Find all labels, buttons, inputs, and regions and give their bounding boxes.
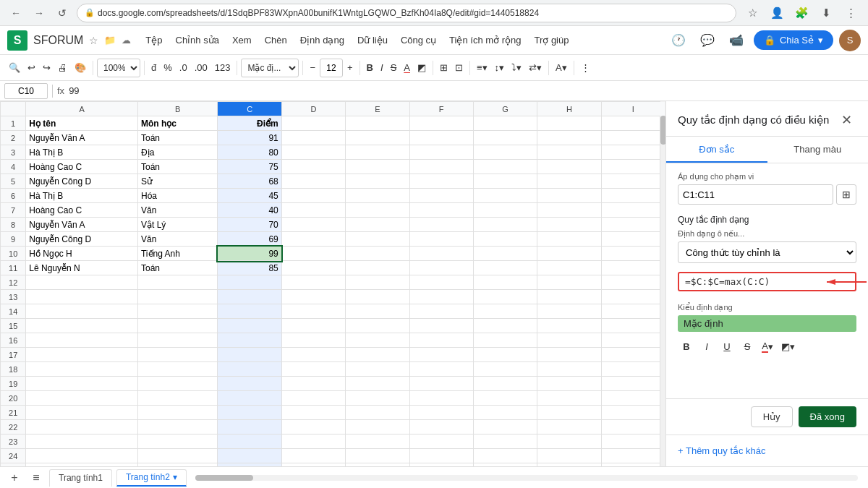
formula-input[interactable] — [69, 83, 864, 99]
cell-g1[interactable] — [473, 116, 537, 131]
align-v-button[interactable]: ↕▾ — [492, 58, 508, 78]
col-header-f[interactable]: F — [409, 102, 473, 116]
fmt-strikethrough-button[interactable]: S — [739, 338, 756, 355]
sheet-list-button[interactable]: ≡ — [27, 469, 45, 487]
fmt-text-color-button[interactable]: A▾ — [759, 338, 776, 355]
downloads-icon[interactable]: ⬇ — [816, 3, 836, 23]
forward-button[interactable]: → — [30, 4, 48, 22]
add-sheet-button[interactable]: + — [6, 469, 23, 487]
font-family-select[interactable]: Mặc đị... — [241, 59, 299, 77]
range-label: Áp dụng cho phạm vi — [678, 172, 856, 181]
share-button[interactable]: 🔒 Chia Sẻ ▾ — [754, 30, 833, 50]
extensions-icon[interactable]: 🧩 — [791, 3, 812, 23]
italic-button[interactable]: I — [378, 58, 386, 78]
zoom-select[interactable]: 100% — [97, 59, 140, 77]
menu-item-dinhDang[interactable]: Định dạng — [294, 32, 350, 48]
cell-i1[interactable] — [601, 116, 665, 131]
close-panel-button[interactable]: ✕ — [836, 110, 856, 130]
col-header-e[interactable]: E — [346, 102, 409, 116]
cell-b1[interactable]: Môn học — [137, 116, 217, 131]
col-header-a[interactable]: A — [26, 102, 138, 116]
range-input[interactable] — [678, 184, 833, 205]
search-button[interactable]: 🔍 — [6, 58, 23, 78]
v-scrollbar[interactable] — [660, 101, 665, 466]
condition-select[interactable]: Công thức tùy chỉnh là — [678, 241, 856, 263]
active-cell-c10[interactable]: 99 — [218, 247, 281, 261]
avatar[interactable]: S — [839, 30, 861, 51]
star-icon[interactable]: ☆ — [89, 35, 98, 46]
rtl-button[interactable]: ⇄▾ — [526, 58, 545, 78]
menu-item-troGiup[interactable]: Trợ giúp — [528, 32, 574, 48]
fmt-fill-color-button[interactable]: ◩▾ — [779, 338, 796, 355]
fmt-italic-button[interactable]: I — [698, 338, 715, 355]
cancel-button[interactable]: Hủy — [751, 406, 793, 427]
menu-item-duLieu[interactable]: Dữ liệu — [352, 32, 393, 48]
font-size-input[interactable] — [320, 59, 343, 77]
cell-a1[interactable]: Họ tên — [26, 116, 138, 131]
lock-icon: 🔒 — [85, 8, 95, 17]
sheet-scroll[interactable]: A B C D E F G H I 1 Họ tên — [0, 101, 665, 466]
profile-icon[interactable]: 👤 — [767, 3, 787, 23]
text-color-button[interactable]: A — [401, 58, 413, 78]
percent-button[interactable]: % — [161, 58, 175, 78]
history-button[interactable]: 🕐 — [667, 29, 690, 52]
meet-button[interactable]: 📹 — [725, 29, 748, 52]
redo-button[interactable]: ↪ — [40, 58, 54, 78]
borders-button[interactable]: ⊞ — [437, 58, 451, 78]
undo-button[interactable]: ↩ — [25, 58, 38, 78]
sheet-tab-1[interactable]: Trang tính1 — [49, 469, 112, 487]
comment-button[interactable]: 💬 — [696, 29, 719, 52]
table-row: 11 Lê Nguyễn N Toán 85 — [1, 261, 665, 275]
strikethrough-button[interactable]: S — [388, 58, 400, 78]
sheet-tab-2[interactable]: Trang tính2 ▾ — [116, 469, 187, 487]
fmt-underline-button[interactable]: U — [718, 338, 736, 355]
format-number-button[interactable]: 123 — [212, 58, 234, 78]
reload-button[interactable]: ↺ — [54, 4, 71, 22]
wrap-button[interactable]: ⤵▾ — [509, 58, 524, 78]
menu-item-chen[interactable]: Chèn — [259, 32, 293, 48]
font-size-increase-button[interactable]: + — [344, 58, 356, 78]
cell-reference-input[interactable] — [4, 83, 48, 99]
menu-item-tep[interactable]: Tệp — [140, 32, 168, 48]
menu-item-tienIch[interactable]: Tiện ích mở rộng — [443, 32, 527, 48]
fill-color-button[interactable]: ◩ — [414, 58, 429, 78]
decimal-increase-button[interactable]: .00 — [192, 58, 210, 78]
formula-icon[interactable]: fx — [57, 85, 64, 96]
back-button[interactable]: ← — [7, 4, 25, 22]
col-header-g[interactable]: G — [473, 102, 537, 116]
done-button[interactable]: Đã xong — [799, 406, 856, 427]
settings-icon[interactable]: ⋮ — [841, 3, 861, 23]
menu-item-xem[interactable]: Xem — [226, 32, 258, 48]
fmt-bold-button[interactable]: B — [678, 338, 695, 355]
bold-button[interactable]: B — [364, 58, 376, 78]
text-color-2-button[interactable]: A▾ — [553, 58, 570, 78]
add-rule-section: + Thêm quy tắc khác — [666, 435, 868, 466]
more-button[interactable]: ⋮ — [578, 58, 593, 78]
col-header-d[interactable]: D — [281, 102, 345, 116]
bookmark-icon[interactable]: ☆ — [742, 3, 762, 23]
h-scrollbar[interactable] — [195, 475, 858, 481]
cell-f1[interactable] — [409, 116, 473, 131]
add-rule-link[interactable]: + Thêm quy tắc khác — [678, 441, 856, 461]
decimal-decrease-button[interactable]: .0 — [176, 58, 190, 78]
currency-button[interactable]: đ — [148, 58, 159, 78]
cell-d1[interactable] — [281, 116, 345, 131]
col-header-c[interactable]: C — [218, 102, 281, 116]
col-header-h[interactable]: H — [537, 102, 601, 116]
col-header-b[interactable]: B — [137, 102, 217, 116]
tab-color-scale[interactable]: Thang màu — [767, 137, 869, 163]
menu-item-chinhsua[interactable]: Chỉnh sửa — [170, 32, 225, 48]
cell-e1[interactable] — [346, 116, 409, 131]
align-h-button[interactable]: ≡▾ — [474, 58, 490, 78]
col-header-i[interactable]: I — [601, 102, 665, 116]
address-bar[interactable]: 🔒 docs.google.com/spreadsheets/d/1SdqBPF… — [77, 4, 736, 22]
format-paint-button[interactable]: 🎨 — [72, 58, 89, 78]
cell-h1[interactable] — [537, 116, 601, 131]
range-grid-button[interactable]: ⊞ — [836, 184, 856, 205]
merge-button[interactable]: ⊡ — [452, 58, 466, 78]
tab-single-color[interactable]: Đơn sắc — [666, 137, 767, 163]
font-size-decrease-button[interactable]: − — [307, 58, 318, 78]
menu-item-congCu[interactable]: Công cụ — [395, 32, 442, 48]
print-button[interactable]: 🖨 — [55, 58, 70, 78]
cell-c1[interactable]: Điểm — [218, 116, 281, 131]
